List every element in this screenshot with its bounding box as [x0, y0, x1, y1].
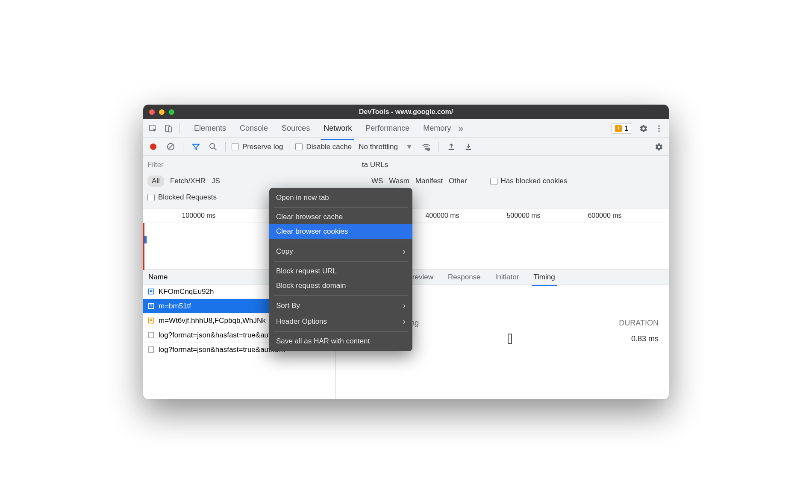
- svg-point-7: [209, 144, 214, 148]
- menu-item-label: Clear browser cookies: [276, 227, 348, 236]
- tab-memory[interactable]: Memory: [422, 120, 452, 136]
- filter-type-wasm[interactable]: Wasm: [389, 177, 409, 185]
- window-title: DevTools - www.google.com/: [143, 108, 669, 116]
- menu-item-label: Block request domain: [276, 281, 346, 290]
- svg-point-4: [658, 128, 660, 129]
- request-type-icon: [147, 346, 154, 353]
- context-menu: Open in new tabClear browser cacheClear …: [269, 188, 412, 351]
- svg-point-8: [425, 148, 427, 149]
- data-urls-fragment: ta URLs: [362, 161, 388, 169]
- error-count: 1: [624, 125, 628, 132]
- menu-item-open-in-new-tab[interactable]: Open in new tab: [269, 190, 412, 205]
- tab-sources[interactable]: Sources: [281, 120, 311, 136]
- network-conditions-icon[interactable]: [420, 141, 432, 153]
- import-har-icon[interactable]: [445, 141, 458, 153]
- menu-item-label: Clear browser cache: [276, 213, 343, 221]
- svg-rect-16: [148, 347, 153, 352]
- menu-separator: [274, 295, 408, 296]
- clear-icon[interactable]: [164, 141, 177, 153]
- toggle-device-toolbar-icon[interactable]: [162, 122, 175, 135]
- timing-queueing-bar: [508, 334, 512, 344]
- search-icon[interactable]: [206, 141, 219, 153]
- window-titlebar: DevTools - www.google.com/: [143, 105, 669, 119]
- network-settings-icon[interactable]: [653, 141, 665, 153]
- filter-type-all[interactable]: All: [147, 176, 164, 187]
- detail-tab-initiator[interactable]: Initiator: [494, 271, 520, 283]
- menu-item-label: Save all as HAR with content: [276, 337, 370, 346]
- waterfall-tick: 500000 ms: [506, 212, 540, 220]
- menu-item-sort-by[interactable]: Sort By: [269, 298, 412, 314]
- chevron-right-icon: [403, 246, 406, 256]
- filter-type-js[interactable]: JS: [212, 177, 220, 185]
- menu-item-clear-browser-cache[interactable]: Clear browser cache: [269, 210, 412, 224]
- request-type-icon: [147, 288, 154, 295]
- disable-cache-checkbox[interactable]: Disable cache: [295, 143, 352, 151]
- menu-item-header-options[interactable]: Header Options: [269, 314, 412, 329]
- record-button[interactable]: [150, 144, 156, 150]
- disable-cache-label: Disable cache: [306, 143, 352, 151]
- has-blocked-cookies-checkbox[interactable]: Has blocked cookies: [490, 177, 568, 185]
- menu-item-block-request-url[interactable]: Block request URL: [269, 264, 412, 278]
- svg-point-5: [658, 130, 660, 132]
- inspect-element-icon[interactable]: [147, 122, 159, 135]
- window-close-button[interactable]: [149, 109, 155, 115]
- filter-toggle-icon[interactable]: [189, 141, 202, 153]
- devtools-window: DevTools - www.google.com/ ElementsConso…: [143, 105, 669, 399]
- request-type-icon: [147, 317, 154, 324]
- filter-type-manifest[interactable]: Manifest: [415, 177, 443, 185]
- tab-performance[interactable]: Performance: [365, 120, 410, 136]
- menu-separator: [274, 241, 408, 241]
- waterfall-load-line: [143, 223, 144, 270]
- svg-rect-15: [148, 332, 153, 338]
- menu-item-save-all-as-har-with-content[interactable]: Save all as HAR with content: [269, 334, 412, 349]
- chevron-right-icon: [403, 316, 406, 326]
- menu-item-block-request-domain[interactable]: Block request domain: [269, 278, 412, 293]
- menu-item-label: Open in new tab: [276, 193, 329, 202]
- filter-input[interactable]: Filter: [147, 161, 164, 169]
- filter-type-fetch-xhr[interactable]: Fetch/XHR: [170, 177, 206, 185]
- svg-rect-11: [465, 149, 471, 150]
- tab-elements[interactable]: Elements: [193, 120, 227, 136]
- window-zoom-button[interactable]: [169, 109, 174, 115]
- main-tabbar: ElementsConsoleSourcesNetworkPerformance…: [143, 119, 669, 138]
- filter-type-other[interactable]: Other: [449, 177, 467, 185]
- network-toolbar: Preserve log Disable cache No throttling…: [143, 138, 669, 156]
- filter-type-ws[interactable]: WS: [371, 177, 383, 185]
- blocked-requests-label: Blocked Requests: [158, 193, 217, 202]
- waterfall-selection-marker: [144, 236, 147, 243]
- tab-network[interactable]: Network: [323, 120, 353, 136]
- tab-console[interactable]: Console: [239, 120, 269, 136]
- detail-tab-response[interactable]: Response: [447, 271, 482, 283]
- detail-tab-timing[interactable]: Timing: [533, 271, 556, 283]
- menu-item-label: Sort By: [276, 302, 300, 310]
- menu-separator: [274, 261, 408, 262]
- menu-item-copy[interactable]: Copy: [269, 243, 412, 259]
- settings-icon[interactable]: [637, 122, 650, 135]
- request-name: m=Wt6vjf,hhhU8,FCpbqb,WhJNk: [159, 316, 266, 325]
- request-name: log?format=json&hasfast=true&authu…: [159, 331, 286, 340]
- menu-item-label: Block request URL: [276, 267, 337, 275]
- svg-rect-10: [448, 149, 454, 150]
- menu-item-label: Copy: [276, 247, 293, 256]
- has-blocked-cookies-label: Has blocked cookies: [501, 177, 568, 185]
- preserve-log-checkbox[interactable]: Preserve log: [232, 143, 283, 151]
- waterfall-tick: 600000 ms: [588, 212, 621, 220]
- more-tabs-button[interactable]: »: [454, 122, 467, 135]
- menu-item-label: Header Options: [276, 317, 327, 326]
- export-har-icon[interactable]: [462, 141, 475, 153]
- window-minimize-button[interactable]: [159, 109, 165, 115]
- chevron-right-icon: [403, 301, 406, 311]
- svg-rect-2: [168, 127, 171, 132]
- console-error-badge[interactable]: ! 1: [611, 123, 632, 134]
- chevron-down-icon: ▼: [406, 143, 413, 151]
- blocked-requests-checkbox[interactable]: Blocked Requests: [147, 193, 217, 202]
- request-type-icon: [147, 303, 154, 310]
- throttling-dropdown[interactable]: No throttling ▼: [359, 143, 413, 151]
- throttling-label: No throttling: [359, 143, 398, 151]
- waterfall-tick: 400000 ms: [425, 212, 459, 220]
- menu-item-clear-browser-cookies[interactable]: Clear browser cookies: [269, 224, 412, 239]
- warning-icon: !: [615, 125, 622, 132]
- waterfall-tick: 100000 ms: [182, 212, 215, 220]
- timing-queueing-value: 0.83 ms: [631, 334, 659, 343]
- kebab-menu-icon[interactable]: [653, 122, 665, 135]
